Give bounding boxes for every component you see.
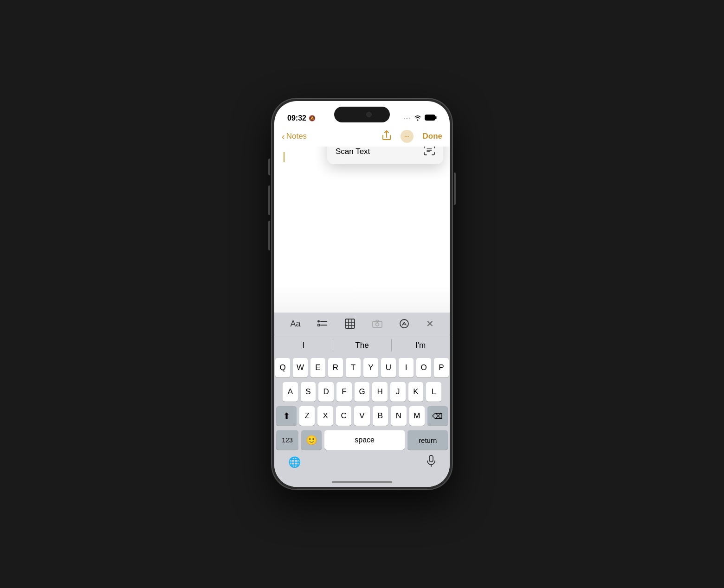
close-button[interactable]: ✕ [426, 318, 434, 329]
svg-point-12 [375, 323, 379, 326]
front-camera [366, 112, 372, 117]
key-d[interactable]: D [318, 382, 334, 402]
microphone-icon[interactable] [427, 455, 436, 470]
text-cursor [284, 152, 284, 162]
home-bar [332, 481, 392, 483]
key-h[interactable]: H [372, 382, 388, 402]
svg-point-13 [400, 320, 408, 328]
note-editor[interactable]: Choose Photo or Video Scan Documents [274, 147, 450, 313]
key-l[interactable]: L [426, 382, 441, 402]
attachment-menu: Choose Photo or Video Scan Documents [327, 147, 443, 164]
scan-text-icon [424, 147, 435, 158]
key-z[interactable]: Z [299, 406, 315, 426]
dots-icon: ··· [404, 116, 411, 121]
keyboard-row-2: A S D F G H J K L [276, 382, 448, 402]
key-p[interactable]: P [434, 358, 449, 377]
globe-icon[interactable]: 🌐 [288, 456, 301, 468]
more-button[interactable]: ··· [401, 130, 414, 143]
table-button[interactable] [345, 319, 355, 329]
space-label: space [355, 436, 375, 444]
return-label: return [419, 436, 437, 444]
list-button[interactable] [317, 320, 328, 328]
key-f[interactable]: F [336, 382, 352, 402]
key-b[interactable]: B [373, 406, 388, 426]
autocomplete-i[interactable]: I [274, 335, 333, 355]
content-fade [274, 285, 450, 313]
bottom-system-bar: 🌐 [274, 453, 450, 477]
mute-icon: 🔕 [309, 115, 316, 121]
svg-rect-1 [435, 116, 437, 119]
key-i[interactable]: I [399, 358, 414, 377]
key-u[interactable]: U [381, 358, 396, 377]
autocomplete-bar: I The I'm [274, 335, 450, 355]
mute-button[interactable] [268, 159, 270, 175]
chevron-left-icon: ‹ [282, 131, 285, 142]
scan-text-option[interactable]: Scan Text [327, 147, 443, 164]
svg-rect-9 [318, 324, 320, 326]
suggestion-the: The [355, 341, 368, 350]
key-r[interactable]: R [328, 358, 343, 377]
numbers-key[interactable]: 123 [276, 430, 298, 450]
volume-up-button[interactable] [268, 185, 270, 215]
scan-text-label: Scan Text [336, 147, 370, 156]
home-indicator [274, 477, 450, 487]
key-v[interactable]: V [354, 406, 369, 426]
dynamic-island [334, 107, 390, 122]
keyboard-row-3: ⬆ Z X C V B N M ⌫ [276, 406, 448, 426]
volume-down-button[interactable] [268, 221, 270, 250]
battery-icon [425, 114, 437, 122]
key-w[interactable]: W [293, 358, 308, 377]
key-x[interactable]: X [317, 406, 333, 426]
delete-key[interactable]: ⌫ [427, 406, 448, 426]
key-a[interactable]: A [283, 382, 298, 402]
camera-disabled-button[interactable] [372, 320, 382, 328]
done-button[interactable]: Done [423, 132, 443, 141]
key-j[interactable]: J [390, 382, 406, 402]
key-q[interactable]: Q [275, 358, 290, 377]
suggestion-im: I'm [415, 341, 426, 350]
back-button[interactable]: ‹ Notes [282, 131, 307, 142]
key-e[interactable]: E [310, 358, 325, 377]
formatting-toolbar: Aa [274, 313, 450, 335]
svg-point-8 [317, 320, 320, 323]
phone-frame: 09:32 🔕 ··· [272, 98, 452, 490]
key-n[interactable]: N [391, 406, 406, 426]
svg-rect-10 [345, 319, 355, 328]
key-c[interactable]: C [336, 406, 351, 426]
format-text-button[interactable]: Aa [290, 319, 300, 329]
autocomplete-the[interactable]: The [333, 335, 391, 355]
handwriting-button[interactable] [400, 319, 409, 328]
status-time: 09:32 🔕 [287, 114, 316, 122]
svg-rect-0 [425, 115, 435, 121]
keyboard-row-4: 123 🙂 space return [276, 430, 448, 450]
time-display: 09:32 [287, 114, 306, 122]
phone-screen: 09:32 🔕 ··· [274, 101, 450, 487]
key-s[interactable]: S [301, 382, 316, 402]
svg-rect-14 [429, 455, 433, 462]
space-key[interactable]: space [324, 430, 405, 450]
svg-rect-11 [373, 321, 382, 327]
return-key[interactable]: return [407, 430, 448, 450]
key-o[interactable]: O [416, 358, 431, 377]
back-label: Notes [286, 132, 307, 141]
suggestion-i: I [303, 341, 305, 350]
status-icons: ··· [404, 114, 437, 122]
autocomplete-im[interactable]: I'm [391, 335, 450, 355]
navigation-bar: ‹ Notes ··· Done [274, 126, 450, 147]
nav-actions: ··· Done [382, 130, 443, 143]
share-icon[interactable] [382, 130, 391, 143]
key-m[interactable]: M [409, 406, 425, 426]
key-k[interactable]: K [408, 382, 424, 402]
keyboard: Q W E R T Y U I O P A S D F G H J K [274, 355, 450, 453]
shift-key[interactable]: ⬆ [276, 406, 297, 426]
emoji-key[interactable]: 🙂 [301, 430, 322, 450]
key-t[interactable]: T [346, 358, 361, 377]
key-g[interactable]: G [355, 382, 370, 402]
wifi-icon [414, 114, 421, 122]
numbers-label: 123 [282, 436, 292, 444]
key-y[interactable]: Y [363, 358, 378, 377]
power-button[interactable] [454, 173, 456, 205]
keyboard-row-1: Q W E R T Y U I O P [276, 358, 448, 377]
